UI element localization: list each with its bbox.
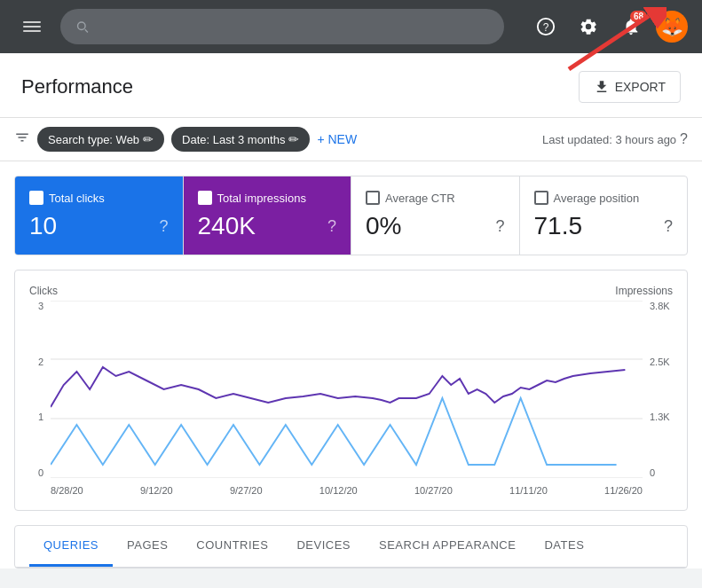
- help-icon: ?: [536, 17, 556, 36]
- impressions-label: Total impressions: [217, 192, 306, 205]
- performance-header: Performance EXPORT: [0, 53, 702, 118]
- edit-date-icon: ✏: [288, 132, 299, 146]
- tab-dates[interactable]: DATES: [530, 526, 598, 567]
- avatar[interactable]: 🦊: [656, 11, 688, 43]
- avg-position-card[interactable]: Average position 71.5 ?: [520, 176, 688, 255]
- clicks-label: Total clicks: [49, 192, 105, 205]
- chart-svg: [51, 301, 643, 478]
- notifications-button[interactable]: 68: [613, 9, 649, 44]
- svg-rect-1: [23, 26, 41, 27]
- tab-pages[interactable]: PAGES: [113, 526, 182, 567]
- svg-rect-0: [23, 21, 41, 23]
- impressions-checkbox[interactable]: ✓: [198, 191, 212, 205]
- date-range-filter[interactable]: Date: Last 3 months ✏: [171, 127, 310, 152]
- add-new-label: + NEW: [317, 132, 357, 146]
- last-updated-text: Last updated: 3 hours ago: [542, 133, 676, 146]
- notification-badge: 68: [630, 11, 647, 22]
- y-axis-left: 3 2 1 0: [29, 301, 47, 478]
- impressions-value: 240K: [198, 212, 256, 240]
- top-nav: ? 68 🦊: [0, 0, 702, 53]
- settings-icon: [579, 17, 598, 36]
- clicks-checkbox[interactable]: ✓: [29, 191, 43, 205]
- position-checkbox[interactable]: [534, 191, 548, 205]
- tab-countries[interactable]: COUNTRIES: [182, 526, 282, 567]
- ctr-checkbox[interactable]: [366, 191, 380, 205]
- last-updated-help-icon[interactable]: ?: [680, 131, 688, 147]
- nav-icons: ? 68 🦊: [528, 9, 688, 44]
- total-clicks-card[interactable]: ✓ Total clicks 10 ?: [15, 176, 184, 255]
- tabs-section: QUERIES PAGES COUNTRIES DEVICES SEARCH A…: [14, 525, 688, 568]
- help-button[interactable]: ?: [528, 9, 564, 44]
- tab-search-appearance[interactable]: SEARCH APPEARANCE: [365, 526, 530, 567]
- metrics-row: ✓ Total clicks 10 ? ✓ Total impressions: [14, 176, 688, 255]
- svg-rect-2: [23, 30, 41, 32]
- impressions-help-icon[interactable]: ?: [327, 217, 336, 236]
- edit-search-type-icon: ✏: [143, 132, 154, 146]
- tabs-row: QUERIES PAGES COUNTRIES DEVICES SEARCH A…: [15, 526, 687, 568]
- add-new-button[interactable]: + NEW: [317, 132, 357, 146]
- ctr-value: 0%: [366, 212, 401, 240]
- chart-svg-area: 8/28/20 9/12/20 9/27/20 10/12/20 10/27/2…: [51, 301, 643, 496]
- export-button[interactable]: EXPORT: [579, 71, 681, 103]
- last-updated: Last updated: 3 hours ago ?: [542, 131, 688, 147]
- position-help-icon[interactable]: ?: [664, 217, 673, 236]
- y-right-label: Impressions: [615, 285, 673, 297]
- y-left-label: Clicks: [29, 285, 58, 297]
- clicks-help-icon[interactable]: ?: [159, 217, 168, 236]
- date-range-label: Date: Last 3 months: [182, 133, 285, 146]
- search-type-filter[interactable]: Search type: Web ✏: [37, 127, 164, 152]
- ctr-label: Average CTR: [385, 192, 455, 205]
- search-icon: [75, 19, 90, 35]
- tab-queries[interactable]: QUERIES: [29, 526, 113, 567]
- clicks-value: 10: [29, 212, 57, 240]
- tab-devices[interactable]: DEVICES: [282, 526, 365, 567]
- avg-ctr-card[interactable]: Average CTR 0% ?: [351, 176, 520, 255]
- filter-icon[interactable]: [14, 129, 30, 150]
- chart-container: Clicks Impressions 3 2 1 0: [14, 270, 688, 511]
- page-title: Performance: [21, 75, 133, 98]
- x-axis-labels: 8/28/20 9/12/20 9/27/20 10/12/20 10/27/2…: [51, 485, 643, 496]
- position-label: Average position: [554, 192, 640, 205]
- export-icon: [594, 79, 610, 95]
- y-axis-right: 3.8K 2.5K 1.3K 0: [646, 301, 673, 478]
- ctr-help-icon[interactable]: ?: [495, 217, 504, 236]
- export-label: EXPORT: [615, 80, 666, 94]
- svg-text:?: ?: [543, 21, 549, 34]
- position-value: 71.5: [534, 212, 583, 240]
- hamburger-menu[interactable]: [14, 9, 50, 44]
- filters-row: Search type: Web ✏ Date: Last 3 months ✏…: [0, 118, 702, 161]
- search-type-label: Search type: Web: [48, 133, 139, 146]
- settings-button[interactable]: [571, 9, 606, 44]
- search-bar[interactable]: [60, 9, 504, 44]
- main-content: Performance EXPORT Search type: Web ✏ Da…: [0, 53, 702, 568]
- total-impressions-card[interactable]: ✓ Total impressions 240K ?: [184, 176, 352, 255]
- search-input[interactable]: [97, 20, 490, 34]
